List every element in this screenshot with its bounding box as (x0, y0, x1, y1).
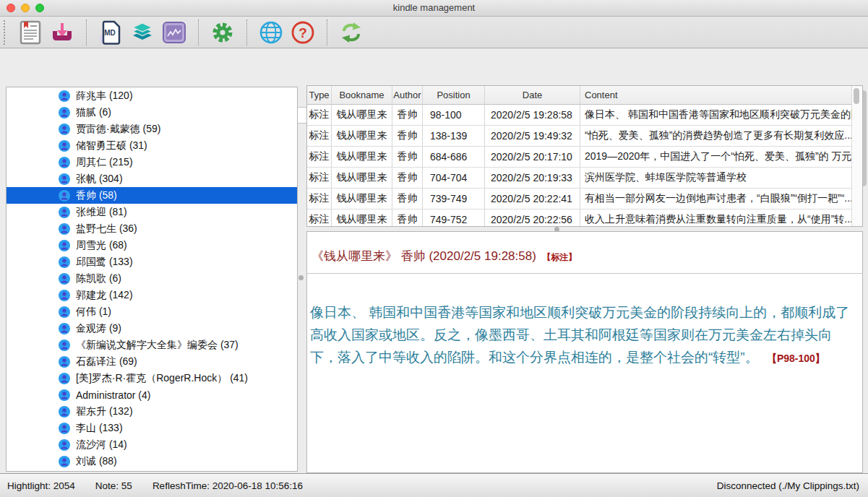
author-label: 张维迎 (81) (76, 206, 127, 219)
author-list-item[interactable]: 流沙河 (14) (7, 436, 297, 453)
table-row[interactable]: 标注 钱从哪里来 香帅 749-752 2020/2/5 20:22:56 收入… (307, 209, 852, 227)
toolbar-separator (198, 20, 199, 46)
statistics-icon[interactable] (161, 19, 187, 46)
notes-icon[interactable] (17, 19, 43, 46)
author-list-item[interactable]: 周其仁 (215) (7, 154, 297, 170)
toolbar: MD (0, 17, 868, 48)
markdown-icon[interactable]: MD (98, 19, 124, 46)
user-avatar-icon (59, 256, 70, 268)
table-row[interactable]: 标注 钱从哪里来 香帅 98-100 2020/2/5 19:28:58 像日本… (307, 105, 852, 126)
cell-bookname: 钱从哪里来 (332, 105, 392, 126)
author-list-item[interactable]: 张帆 (304) (7, 170, 297, 187)
author-list-item[interactable]: 何伟 (1) (7, 303, 297, 320)
author-label: 周雪光 (68) (76, 239, 127, 252)
table-row[interactable]: 标注 钱从哪里来 香帅 704-704 2020/2/5 20:19:33 滨州… (307, 168, 852, 189)
table-header-cell[interactable]: Type (307, 86, 332, 105)
globe-icon (259, 20, 283, 45)
cell-bookname: 钱从哪里来 (332, 189, 392, 209)
table-header-cell[interactable]: Content (580, 86, 852, 105)
author-label: 何伟 (1) (76, 306, 111, 319)
table-scrollbar[interactable] (851, 86, 862, 226)
user-avatar-icon (59, 423, 70, 434)
author-list-item[interactable]: 邱国鹭 (133) (7, 254, 297, 270)
author-list-item[interactable]: [美]罗杰·R·霍克（RogerR.Hock） (41) (7, 370, 297, 386)
toolbar-separator (327, 20, 327, 46)
table-row[interactable]: 标注 钱从哪里来 香帅 684-686 2020/2/5 20:17:10 20… (307, 147, 852, 168)
author-list-item[interactable]: 李山 (133) (7, 420, 297, 436)
author-label: 储智勇王硕 (31) (76, 139, 147, 152)
author-list-item[interactable]: 薛兆丰 (120) (7, 87, 297, 104)
author-list-item[interactable]: 盐野七生 (36) (7, 220, 297, 237)
user-avatar-icon (59, 90, 70, 102)
author-list-item[interactable]: 《新编说文解字大全集》编委会 (37) (7, 337, 297, 353)
help-icon[interactable]: ? (290, 19, 316, 46)
author-label: 张帆 (304) (76, 173, 123, 186)
search-row: Search ALL (0, 48, 868, 85)
toolbar-separator (246, 20, 247, 46)
detail-position-tag: 【P98-100】 (767, 353, 825, 364)
detail-type-tag: 【标注】 (542, 252, 577, 262)
layers-icon[interactable] (129, 19, 155, 46)
cell-type: 标注 (307, 147, 332, 168)
table-row[interactable]: 标注 钱从哪里来 香帅 739-749 2020/2/5 20:22:41 有相… (307, 189, 852, 209)
cell-content: 2019—2020年，中国进入了一个“怕死、爱美、孤独”的 万元... (580, 147, 852, 168)
author-label: 翟东升 (132) (76, 405, 133, 418)
user-avatar-icon (59, 124, 70, 135)
cell-author: 香帅 (392, 209, 423, 227)
table-row[interactable]: 标注 钱从哪里来 香帅 138-139 2020/2/5 19:49:32 “怕… (307, 126, 852, 147)
author-list-item[interactable]: 张维迎 (81) (7, 204, 297, 220)
author-list-item[interactable]: 香帅 (58) (7, 187, 297, 204)
status-note-count: Note: 55 (95, 480, 132, 491)
sync-refresh-icon[interactable] (338, 19, 364, 46)
table-header-cell[interactable]: Date (485, 86, 580, 105)
author-list-item[interactable]: 猫腻 (6) (7, 104, 297, 121)
author-list-item[interactable]: 郭建龙 (142) (7, 287, 297, 303)
table-scrollbar-thumb[interactable] (854, 88, 859, 104)
author-list-item[interactable]: 储智勇王硕 (31) (7, 137, 297, 154)
cell-type: 标注 (307, 168, 332, 189)
table-header-row: Type Bookname Author Position (307, 86, 852, 105)
table-header-cell[interactable]: Position (423, 86, 485, 105)
author-list-item[interactable]: 金观涛 (9) (7, 320, 297, 337)
user-avatar-icon (59, 240, 70, 251)
author-label: [美]罗杰·R·霍克（RogerR.Hock） (41) (76, 372, 248, 385)
cell-content: 滨州医学院、蚌埠医学院等普通学校 (580, 168, 852, 189)
user-avatar-icon (59, 323, 70, 334)
import-icon[interactable] (49, 19, 75, 46)
cell-position: 739-749 (423, 189, 485, 209)
window-title: kindle management (0, 0, 868, 16)
chart-screen-icon (163, 22, 186, 43)
website-globe-icon[interactable] (258, 19, 284, 46)
cell-bookname: 钱从哪里来 (332, 209, 392, 227)
svg-text:?: ? (298, 25, 307, 40)
cell-content: 收入上升意味着消费从注重数量转向注重质量，从“使用”转... (580, 209, 852, 227)
clipping-detail-pane: 《钱从哪里来》 香帅 (2020/2/5 19:28:58) 【标注】 像日本、… (306, 231, 863, 473)
author-list-item[interactable]: 翟东升 (132) (7, 403, 297, 420)
cell-date: 2020/2/5 20:22:56 (485, 209, 580, 227)
author-list-item[interactable]: Administrator (4) (7, 386, 297, 403)
author-list-item[interactable]: 刘诚 (88) (7, 453, 297, 470)
author-list-item[interactable]: 陈凯歌 (6) (7, 270, 297, 287)
author-label: 刘诚 (88) (76, 455, 117, 468)
cell-type: 标注 (307, 105, 332, 126)
author-label: 流沙河 (14) (76, 438, 127, 451)
author-list-item[interactable]: 周雪光 (68) (7, 237, 297, 254)
table-body: 标注 钱从哪里来 香帅 98-100 2020/2/5 19:28:58 像日本… (307, 105, 852, 227)
cell-author: 香帅 (392, 126, 423, 147)
vertical-splitter-handle[interactable] (298, 275, 304, 280)
user-avatar-icon (59, 356, 70, 368)
settings-gear-icon[interactable] (210, 19, 236, 46)
table-header-cell[interactable]: Bookname (332, 86, 392, 105)
status-highlight-count: Hightlight: 2054 (7, 480, 75, 491)
cell-bookname: 钱从哪里来 (332, 126, 392, 147)
user-avatar-icon (59, 290, 70, 301)
author-label: 石磊译注 (69) (76, 355, 137, 368)
author-list-item[interactable]: 石磊译注 (69) (7, 353, 297, 370)
gear-icon (210, 20, 235, 45)
table-header-cell[interactable]: Author (392, 86, 423, 105)
detail-title: 《钱从哪里来》 香帅 (2020/2/5 19:28:58) (311, 249, 536, 263)
question-mark-icon: ? (291, 20, 315, 45)
stacked-layers-icon (131, 22, 154, 43)
author-list: 薛兆丰 (120) 猫腻 (6) 贾雷德·戴蒙德 (59) (6, 87, 298, 472)
author-list-item[interactable]: 贾雷德·戴蒙德 (59) (7, 121, 297, 137)
